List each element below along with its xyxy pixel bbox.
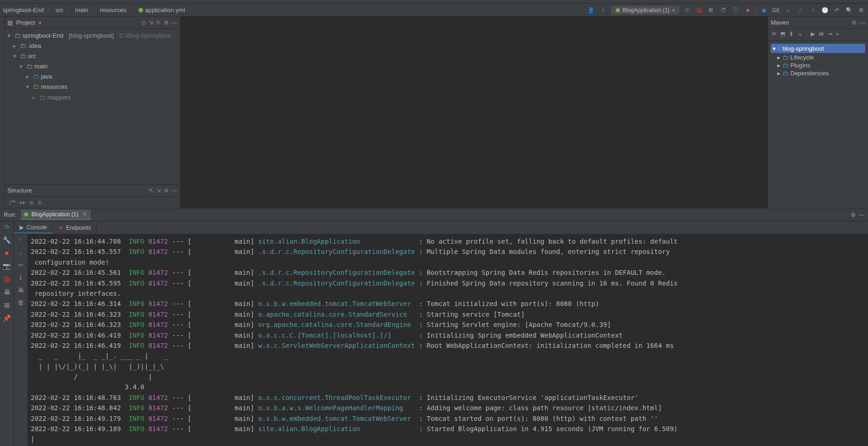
clear-icon[interactable]: 🗑 (18, 299, 24, 306)
gear-icon[interactable]: ⚙ (851, 212, 856, 218)
run-icon[interactable]: ▶ (811, 31, 815, 39)
git-commit-icon[interactable]: ✓ (796, 6, 805, 14)
git-revert-icon[interactable]: ↶ (833, 6, 841, 14)
rerun-icon[interactable]: ⟳ (683, 6, 691, 14)
project-panel-title[interactable]: Project (16, 19, 35, 26)
structure-panel-title[interactable]: Structure (7, 187, 32, 194)
toggle-offline-icon[interactable]: ⇥ (828, 31, 832, 39)
log-line: 2022-02-22 16:16:45.557 INFO 81472 --- [… (31, 246, 865, 257)
generate-sources-icon[interactable]: ⬒ (780, 31, 785, 39)
tree-item-resources[interactable]: resources (41, 82, 67, 92)
build-icon[interactable]: ⤹ (599, 6, 608, 14)
gear-icon[interactable]: ⚙ (852, 20, 857, 26)
add-config-icon[interactable]: 👤 (587, 6, 595, 14)
maven-tree[interactable]: ▾⫴blog-springboot ▸🗀Lifecycle ▸🗀Plugins … (768, 41, 868, 80)
chevron-down-icon[interactable]: ▾ (39, 20, 41, 26)
tree-item-idea[interactable]: .idea (28, 41, 41, 51)
project-tree[interactable]: ▾🗀 springboot-End [blog-springboot] D:\B… (5, 29, 180, 184)
maven-panel-title[interactable]: Maven (771, 19, 789, 26)
maven-root[interactable]: blog-springboot (782, 45, 824, 52)
download-icon[interactable]: ⬇ (789, 31, 794, 39)
left-tool-strip[interactable] (0, 17, 5, 208)
tree-item-src[interactable]: src (28, 51, 36, 61)
gear-icon[interactable]: ⚙ (164, 187, 169, 194)
tree-item-main[interactable]: main (34, 61, 47, 72)
search-icon[interactable]: 🔍 (845, 6, 853, 14)
ide-status-icon[interactable]: ◉ (760, 6, 768, 14)
profile-icon[interactable]: ⏱ (719, 6, 728, 14)
layout-icon[interactable]: 🖶 (4, 288, 10, 296)
hide-icon[interactable]: — (172, 187, 177, 194)
breadcrumb-item[interactable]: resources (100, 7, 127, 13)
hide-icon[interactable]: — (859, 212, 864, 218)
dump-icon[interactable]: 📷 (3, 262, 11, 270)
breadcrumb-item[interactable]: application.yml (145, 7, 185, 13)
close-icon[interactable]: × (83, 211, 86, 218)
log-line: 2022-02-22 16:16:46.314 INFO 81472 --- [… (31, 299, 865, 309)
print-icon[interactable]: 🖶 (18, 286, 24, 293)
log-line: repository interfaces. (31, 288, 865, 299)
attach-icon[interactable]: ⓘ (731, 6, 740, 14)
hide-icon[interactable]: — (860, 20, 865, 26)
select-opened-icon[interactable]: ⊙ (141, 20, 146, 26)
run-label: Run: (4, 211, 16, 218)
run-config-selector[interactable]: ⬢ BlogApplication (1) ▾ (611, 6, 680, 14)
down-icon[interactable]: ↓ (19, 249, 22, 256)
run-tab[interactable]: ⬢ BlogApplication (1) × (21, 210, 91, 220)
log-line: 2022-02-22 16:16:46.419 INFO 81472 --- [… (31, 330, 865, 340)
scroll-end-icon[interactable]: ⤓ (18, 274, 23, 281)
tree-item-mappers[interactable]: mappers (47, 93, 71, 103)
stop-icon[interactable]: ■ (5, 249, 8, 257)
breadcrumb-item[interactable]: main (75, 7, 88, 13)
git-history-icon[interactable]: 🕑 (821, 6, 829, 14)
git-label: Git: (772, 7, 781, 13)
reload-icon[interactable]: ⟳ (772, 31, 776, 39)
debug-icon[interactable]: 🐞 (695, 6, 703, 14)
tab-endpoints[interactable]: ✦Endpoints (53, 223, 97, 233)
breadcrumb-item[interactable]: src (55, 7, 63, 13)
maven-dependencies[interactable]: Dependencies (790, 70, 829, 77)
expand-icon[interactable]: ⇱ (149, 187, 154, 194)
modify-icon[interactable]: 🔧 (3, 236, 11, 244)
console-side-toolbar: ↑ ↓ ↩ ⤓ 🖶 🗑 (14, 234, 28, 446)
m-icon[interactable]: m (819, 31, 824, 39)
collapse-all-icon[interactable]: ⇱ (156, 20, 161, 26)
exit-icon[interactable]: 🐞 (3, 275, 11, 283)
nav-bar: springboot-End〉 src〉 main〉 resources〉 ⬢ … (0, 4, 868, 17)
breadcrumb-item[interactable]: springboot-End (3, 7, 44, 13)
yaml-icon: ⬢ (138, 7, 143, 13)
stop-icon[interactable]: ■ (743, 6, 752, 14)
up-icon[interactable]: ↑ (19, 236, 22, 243)
gear-icon[interactable]: ⚙ (857, 6, 865, 14)
git-push-icon[interactable]: ↗ (808, 6, 817, 14)
console-output[interactable]: 2022-02-22 16:16:44.708 INFO 81472 --- [… (28, 234, 868, 446)
more-icon[interactable]: » (836, 31, 839, 39)
coverage-icon[interactable]: ⛨ (707, 6, 715, 14)
more-icon[interactable]: ⊞ (4, 301, 10, 309)
tree-root-name[interactable]: springboot-End (22, 31, 63, 41)
structure-toolbar: ↓ᴬᶻ ▸▸ ⎄ ⎅ (5, 197, 180, 208)
git-update-icon[interactable]: ↙ (784, 6, 793, 14)
collapse-icon[interactable]: ⇲ (156, 187, 161, 194)
log-line: 3.4.0 (31, 382, 865, 392)
log-line: 2022-02-22 16:16:48.763 INFO 81472 --- [… (31, 393, 865, 403)
expand-all-icon[interactable]: ⇲ (149, 20, 154, 26)
autoscroll-icon[interactable]: ▸▸ (20, 199, 26, 206)
log-line: 2022-02-22 16:16:46.323 INFO 81472 --- [… (31, 320, 865, 330)
flat-mode-icon[interactable]: ⎅ (38, 199, 41, 206)
soft-wrap-icon[interactable]: ↩ (18, 261, 23, 268)
gear-icon[interactable]: ⚙ (164, 20, 169, 26)
editor-area[interactable] (180, 17, 768, 208)
tab-console[interactable]: ▶Console (14, 222, 53, 233)
breadcrumb[interactable]: springboot-End〉 src〉 main〉 resources〉 ⬢ … (3, 6, 185, 14)
add-icon[interactable]: ＋ (797, 31, 803, 39)
maven-lifecycle[interactable]: Lifecycle (790, 54, 814, 61)
pin-icon[interactable]: 📌 (3, 314, 11, 322)
maven-plugins[interactable]: Plugins (790, 62, 810, 69)
tree-mode-icon[interactable]: ⎄ (30, 199, 33, 206)
hide-icon[interactable]: — (172, 20, 177, 26)
rerun-icon[interactable]: ⟳ (4, 223, 10, 231)
tree-item-java[interactable]: java (41, 72, 52, 82)
menu-bar[interactable] (0, 0, 868, 4)
sort-icon[interactable]: ↓ᴬᶻ (8, 199, 15, 206)
